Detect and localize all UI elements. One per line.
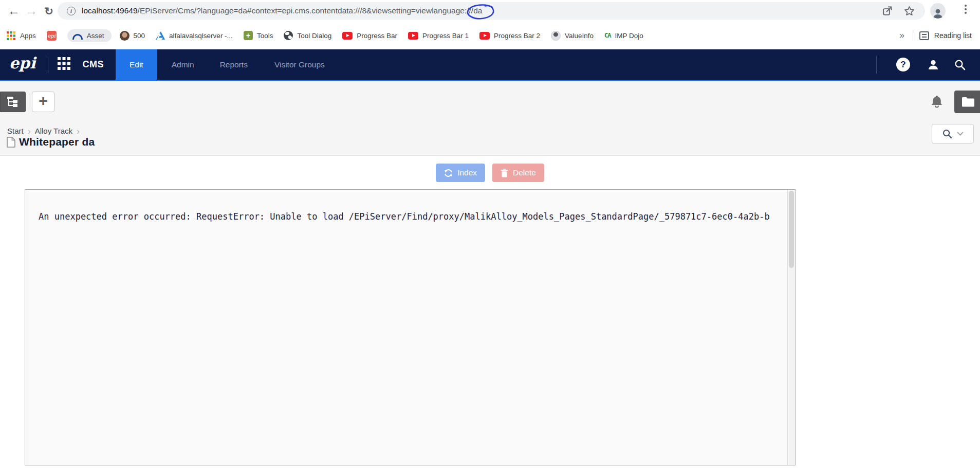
bookmark-valueinfo[interactable]: ValueInfo bbox=[551, 31, 594, 41]
bookmark-tool-dialog[interactable]: Tool Dialog bbox=[284, 31, 331, 40]
photo-avatar-icon bbox=[120, 31, 130, 41]
chevron-right-icon: › bbox=[28, 128, 31, 135]
bookmark-star-icon[interactable] bbox=[904, 6, 915, 16]
browser-reload-button[interactable]: ↻ bbox=[40, 6, 58, 16]
browser-back-button[interactable]: ← bbox=[5, 5, 23, 17]
chevron-down-icon bbox=[957, 132, 964, 136]
document-icon bbox=[7, 137, 15, 148]
alfa-laval-arc-icon bbox=[72, 34, 83, 40]
youtube-icon bbox=[342, 32, 353, 40]
page-title: Whitepaper da bbox=[19, 136, 95, 148]
help-button[interactable]: ? bbox=[896, 58, 910, 71]
bell-icon bbox=[930, 95, 944, 109]
nav-divider bbox=[48, 56, 48, 74]
search-dropdown-button[interactable] bbox=[932, 124, 974, 143]
share-icon[interactable] bbox=[882, 6, 893, 16]
breadcrumb: Start › Alloy Track › bbox=[7, 127, 80, 135]
url-text: localhost:49649/EPiServer/Cms/?language=… bbox=[82, 6, 482, 15]
episerver-logo: epi bbox=[9, 56, 35, 74]
bookmark-progress-bar[interactable]: Progress Bar bbox=[342, 32, 397, 40]
toggle-assets-pane-button[interactable] bbox=[954, 91, 980, 113]
tab-reports[interactable]: Reports bbox=[220, 49, 248, 80]
bookmark-500[interactable]: 500 bbox=[120, 31, 145, 41]
azure-icon bbox=[156, 31, 165, 40]
browser-toolbar: ← → ↻ i localhost:49649/EPiServer/Cms/?l… bbox=[0, 0, 980, 22]
tab-edit[interactable]: Edit bbox=[116, 49, 157, 80]
search-icon bbox=[942, 129, 952, 139]
global-search-button[interactable] bbox=[954, 59, 966, 70]
breadcrumb-alloy-track[interactable]: Alloy Track bbox=[35, 127, 72, 135]
product-label-cms[interactable]: CMS bbox=[82, 59, 104, 70]
ca-letters-icon: CA bbox=[604, 32, 611, 39]
action-buttons: Index Delete bbox=[0, 156, 980, 182]
bookmark-tools[interactable]: + Tools bbox=[244, 31, 273, 40]
user-menu-button[interactable] bbox=[928, 60, 939, 69]
photo-avatar-icon bbox=[551, 31, 561, 41]
episerver-top-nav: epi CMS Edit Admin Reports Visitor Group… bbox=[0, 49, 980, 81]
content-area: Index Delete An unexpected error occurre… bbox=[0, 156, 980, 468]
page-tree-icon bbox=[7, 96, 20, 108]
tab-visitor-groups[interactable]: Visitor Groups bbox=[274, 49, 325, 80]
globe-icon bbox=[284, 31, 293, 40]
bookmark-progress-bar-2[interactable]: Progress Bar 2 bbox=[479, 32, 540, 40]
new-page-button[interactable]: + bbox=[32, 92, 54, 112]
chevron-right-icon: › bbox=[77, 128, 80, 135]
youtube-icon bbox=[479, 32, 490, 40]
scrollbar-thumb[interactable] bbox=[789, 191, 794, 268]
nav-divider bbox=[876, 56, 877, 74]
bookmark-imp-dojo[interactable]: CA IMP Dojo bbox=[604, 32, 643, 40]
edit-view-toolbar: + Start › Alloy Track › bbox=[0, 81, 980, 156]
reading-list-icon bbox=[919, 31, 929, 40]
error-panel: An unexpected error occurred: RequestErr… bbox=[25, 189, 796, 465]
bookmarks-divider bbox=[913, 30, 913, 41]
vertical-scrollbar[interactable] bbox=[787, 190, 795, 465]
url-language-segment: /da bbox=[471, 6, 483, 15]
app-switcher-icon[interactable] bbox=[57, 57, 71, 73]
refresh-icon bbox=[444, 169, 453, 177]
error-message: An unexpected error occurred: RequestErr… bbox=[25, 190, 795, 222]
trash-icon bbox=[501, 169, 508, 177]
tab-admin[interactable]: Admin bbox=[172, 49, 194, 80]
browser-forward-button[interactable]: → bbox=[23, 5, 40, 17]
browser-profile-avatar[interactable] bbox=[930, 3, 946, 19]
episerver-favicon-icon: epi bbox=[47, 31, 57, 41]
breadcrumb-start[interactable]: Start bbox=[7, 127, 24, 135]
youtube-icon bbox=[408, 32, 418, 40]
bookmarks-overflow-button[interactable]: » bbox=[894, 30, 909, 41]
address-bar[interactable]: i localhost:49649/EPiServer/Cms/?languag… bbox=[58, 2, 925, 20]
index-button[interactable]: Index bbox=[436, 164, 485, 182]
reading-list-button[interactable]: Reading list bbox=[919, 31, 972, 40]
person-icon bbox=[932, 7, 944, 19]
site-info-icon[interactable]: i bbox=[67, 7, 76, 15]
bookmarks-bar: Apps epi Asset 500 alfalavalsqlserver -.… bbox=[0, 22, 980, 49]
url-path: /EPiServer/Cms/?language=da#context=epi.… bbox=[138, 6, 471, 15]
folder-icon bbox=[961, 97, 975, 107]
apps-grid-icon bbox=[6, 31, 16, 41]
search-icon bbox=[954, 59, 966, 70]
bookmark-apps[interactable]: Apps bbox=[6, 31, 36, 41]
bookmark-asset[interactable]: Asset bbox=[67, 29, 112, 42]
chat-plus-icon: + bbox=[244, 31, 253, 40]
browser-window: ← → ↻ i localhost:49649/EPiServer/Cms/?l… bbox=[0, 0, 980, 468]
notifications-button[interactable] bbox=[930, 95, 944, 111]
delete-button[interactable]: Delete bbox=[492, 164, 544, 182]
page-title-row: Whitepaper da bbox=[7, 136, 95, 148]
person-icon bbox=[928, 60, 939, 69]
toggle-navigation-pane-button[interactable] bbox=[0, 92, 26, 112]
bookmark-alfalavalsqlserver[interactable]: alfalavalsqlserver -... bbox=[156, 31, 233, 40]
bookmark-progress-bar-1[interactable]: Progress Bar 1 bbox=[408, 32, 469, 40]
url-host: localhost:49649 bbox=[82, 6, 138, 15]
bookmark-episerver[interactable]: epi bbox=[47, 31, 57, 41]
browser-menu-button[interactable] bbox=[965, 5, 967, 14]
